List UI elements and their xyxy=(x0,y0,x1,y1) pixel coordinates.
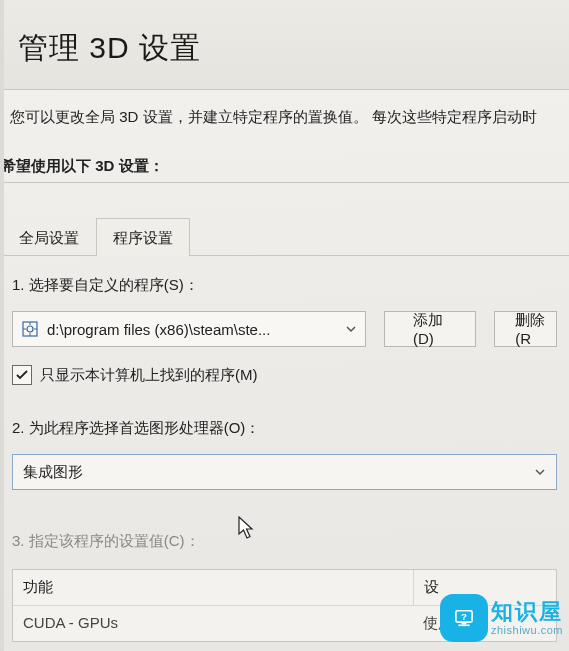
remove-button[interactable]: 删除(R xyxy=(494,311,557,347)
page-description: 您可以更改全局 3D 设置，并建立特定程序的置换值。 每次这些特定程序启动时 xyxy=(0,90,569,157)
section-subhead: 希望使用以下 3D 设置： xyxy=(0,157,569,183)
program-icon xyxy=(21,320,39,338)
col-feature[interactable]: 功能 xyxy=(13,570,414,605)
col-setting[interactable]: 设 xyxy=(414,570,556,605)
program-select-value: d:\program files (x86)\steam\ste... xyxy=(47,321,270,338)
gpu-select[interactable]: 集成图形 xyxy=(12,454,557,490)
page-title: 管理 3D 设置 xyxy=(0,0,569,90)
gpu-select-value: 集成图形 xyxy=(23,463,83,482)
step1-label: 1. 选择要自定义的程序(S)： xyxy=(0,256,569,303)
cell-setting: 使用 xyxy=(413,606,556,641)
step3-label: 3. 指定该程序的设置值(C)： xyxy=(0,490,569,559)
program-select[interactable]: d:\program files (x86)\steam\ste... xyxy=(12,311,366,347)
svg-point-1 xyxy=(27,326,33,332)
settings-table: 功能 设 CUDA - GPUs 使用 xyxy=(12,569,557,642)
chevron-down-icon xyxy=(534,466,546,478)
tab-global-settings[interactable]: 全局设置 xyxy=(2,218,96,256)
tabs: 全局设置 程序设置 xyxy=(2,217,569,256)
table-row[interactable]: CUDA - GPUs 使用 xyxy=(13,606,556,641)
chevron-down-icon xyxy=(345,323,357,335)
add-button[interactable]: 添加(D) xyxy=(384,311,476,347)
only-show-local-checkbox[interactable] xyxy=(12,365,32,385)
cell-feature: CUDA - GPUs xyxy=(13,606,413,641)
only-show-local-label: 只显示本计算机上找到的程序(M) xyxy=(40,366,258,385)
step2-label: 2. 为此程序选择首选图形处理器(O)： xyxy=(0,389,569,446)
tab-program-settings[interactable]: 程序设置 xyxy=(96,218,190,256)
